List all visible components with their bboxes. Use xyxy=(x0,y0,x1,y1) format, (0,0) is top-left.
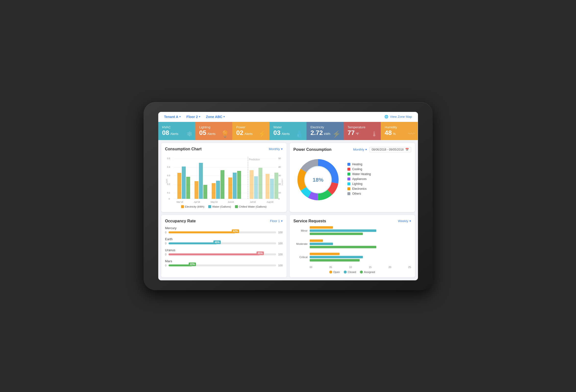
service-filter-chevron: ▾ xyxy=(409,219,411,223)
consumption-chart-header: Consumption Chart Monthly ▾ xyxy=(165,147,283,151)
alert-tile-water[interactable]: Water 03 Alerts 💧 xyxy=(269,122,307,140)
consumption-filter-chevron: ▾ xyxy=(281,147,283,151)
svg-rect-20 xyxy=(177,173,181,199)
zone-label: Zone ABC xyxy=(206,115,223,119)
svg-text:40: 40 xyxy=(278,166,281,168)
tile-icon-lighting: 💡 xyxy=(221,130,229,138)
svg-rect-37 xyxy=(266,174,269,199)
svg-rect-38 xyxy=(270,179,274,199)
sr-legend-dot xyxy=(329,271,332,273)
donut-legend-water-heating: Water Heating xyxy=(347,172,411,176)
donut-legend-cooling: Cooling xyxy=(347,167,411,171)
svg-rect-29 xyxy=(228,178,232,199)
svg-rect-23 xyxy=(195,181,199,199)
service-requests-header: Service Requests Weekly ▾ xyxy=(293,219,411,223)
sr-bar-closed xyxy=(310,256,363,258)
progress-bar-fill: 22% xyxy=(169,264,192,266)
chilled-water-legend-label: Chilled Water (Gallons) xyxy=(239,205,267,208)
svg-text:Aug'18: Aug'18 xyxy=(267,201,273,203)
water-legend-label: Water (Gallons) xyxy=(212,205,231,208)
view-zone-map-button[interactable]: 🌐 View Zone Map xyxy=(384,115,412,119)
tile-unit-humidity: % xyxy=(393,132,396,136)
sr-bar-open xyxy=(310,253,340,255)
tile-unit-temperature: °F xyxy=(356,132,359,136)
alert-tile-humidity[interactable]: Humidity 48 % 〰 xyxy=(381,122,418,140)
progress-bar-bg: 85% xyxy=(169,253,276,255)
svg-text:May'18: May'18 xyxy=(210,201,218,203)
sr-bars xyxy=(310,253,411,261)
sr-legend-item-closed: Closed xyxy=(344,271,356,273)
consumption-chart-filter[interactable]: Monthly ▾ xyxy=(269,147,283,151)
main-content: Consumption Chart Monthly ▾ 0.5 0.4 0.3 … xyxy=(158,140,418,280)
service-requests-title: Service Requests xyxy=(293,219,326,223)
sr-bar-closed xyxy=(310,229,376,232)
donut-legend-lighting: Lighting xyxy=(347,182,411,185)
zone-chevron: ▾ xyxy=(224,115,225,118)
svg-rect-35 xyxy=(254,176,258,199)
svg-rect-24 xyxy=(199,163,203,199)
alert-tile-power[interactable]: Power 02 Alerts ⚡ xyxy=(232,122,269,140)
progress-bar-fill: 85% xyxy=(169,253,260,255)
tile-value-water: 03 xyxy=(273,129,281,136)
legend-electricity: Electricity (kWh) xyxy=(181,205,204,208)
service-requests-card: Service Requests Weekly ▾ Minor Moderate xyxy=(289,215,415,277)
calendar-icon: 📅 xyxy=(405,148,409,151)
power-consumption-header: Power Consumption Monthly ▾ 08/06/2018 -… xyxy=(293,147,411,152)
donut-dot xyxy=(347,192,350,195)
tenant-dropdown[interactable]: Tenant A ▾ xyxy=(164,115,181,119)
sr-row-moderate: Moderate xyxy=(293,239,411,248)
donut-legend-electronics: Electronics xyxy=(347,187,411,190)
occupancy-filter[interactable]: Floor 1 ▾ xyxy=(270,219,283,223)
floor-dropdown[interactable]: Floor 2 ▾ xyxy=(186,115,200,119)
donut-dot xyxy=(347,173,350,176)
svg-text:30: 30 xyxy=(278,174,281,177)
alert-tile-hvac[interactable]: HVAC 08 Alerts ❄ xyxy=(158,122,195,140)
tile-label-temperature: Temperature xyxy=(348,125,377,129)
svg-text:20: 20 xyxy=(278,183,281,185)
donut-legend-heating: Heating xyxy=(347,163,411,166)
consumption-chart-title: Consumption Chart xyxy=(165,147,202,151)
occupancy-title: Occupancy Rate xyxy=(165,219,196,223)
donut-section: 18% Heating Cooling Water Heating Applia… xyxy=(293,155,411,204)
sr-x-axis: 000510152025 xyxy=(293,266,411,269)
tile-unit-water: Alerts xyxy=(282,132,289,136)
svg-text:10: 10 xyxy=(278,191,281,194)
tile-icon-hvac: ❄ xyxy=(187,130,192,138)
svg-text:Gallons: Gallons xyxy=(281,179,283,185)
sr-bar-open xyxy=(310,226,333,229)
svg-text:Mar'18: Mar'18 xyxy=(176,201,183,203)
svg-rect-21 xyxy=(182,166,186,199)
donut-dot xyxy=(347,163,350,166)
tile-value-temperature: 77 xyxy=(348,129,355,136)
date-range-picker[interactable]: 08/06/2018 - 09/05/2018 📅 xyxy=(370,147,411,152)
electricity-legend-label: Electricity (kWh) xyxy=(185,205,204,208)
tile-value-humidity: 48 xyxy=(385,129,392,136)
svg-rect-30 xyxy=(233,173,237,199)
zone-dropdown[interactable]: Zone ABC ▾ xyxy=(206,115,225,119)
occupancy-room-earth: Earth 0 45% 100 xyxy=(165,237,283,245)
tablet-screen: Tenant A ▾ Floor 2 ▾ Zone ABC ▾ 🌐 View Z… xyxy=(158,112,418,280)
svg-text:0: 0 xyxy=(278,198,280,200)
tile-value-hvac: 08 xyxy=(162,129,169,136)
tablet-device: Tenant A ▾ Floor 2 ▾ Zone ABC ▾ 🌐 View Z… xyxy=(144,102,433,290)
tile-icon-temperature: 🌡 xyxy=(371,130,378,138)
sr-category-label: Minor xyxy=(293,229,308,232)
alert-tile-temperature[interactable]: Temperature 77 °F 🌡 xyxy=(344,122,381,140)
occupancy-room-mercury: Mercury 0 62% 100 xyxy=(165,226,283,234)
tile-icon-humidity: 〰 xyxy=(408,130,415,138)
tile-value-lighting: 05 xyxy=(199,129,206,136)
svg-rect-34 xyxy=(250,170,254,199)
svg-text:Jul'18: Jul'18 xyxy=(250,201,256,203)
power-filter[interactable]: Monthly ▾ xyxy=(353,148,367,151)
tile-icon-water: 💧 xyxy=(295,130,304,138)
room-name: Earth xyxy=(165,237,283,241)
alert-tile-lighting[interactable]: Lighting 05 Alerts 💡 xyxy=(195,122,232,140)
tile-unit-lighting: Alerts xyxy=(207,132,215,136)
sr-legend-item-assigned: Assigned xyxy=(360,271,375,273)
tile-value-electricity: 2.72 xyxy=(310,129,323,136)
progress-bar-bg: 62% xyxy=(169,231,276,233)
service-requests-filter[interactable]: Weekly ▾ xyxy=(398,219,411,223)
alert-tile-electricity[interactable]: Electricity 2.72 kWh ⚡ xyxy=(307,122,344,140)
electricity-dot xyxy=(181,205,184,208)
sr-row-minor: Minor xyxy=(293,226,411,235)
